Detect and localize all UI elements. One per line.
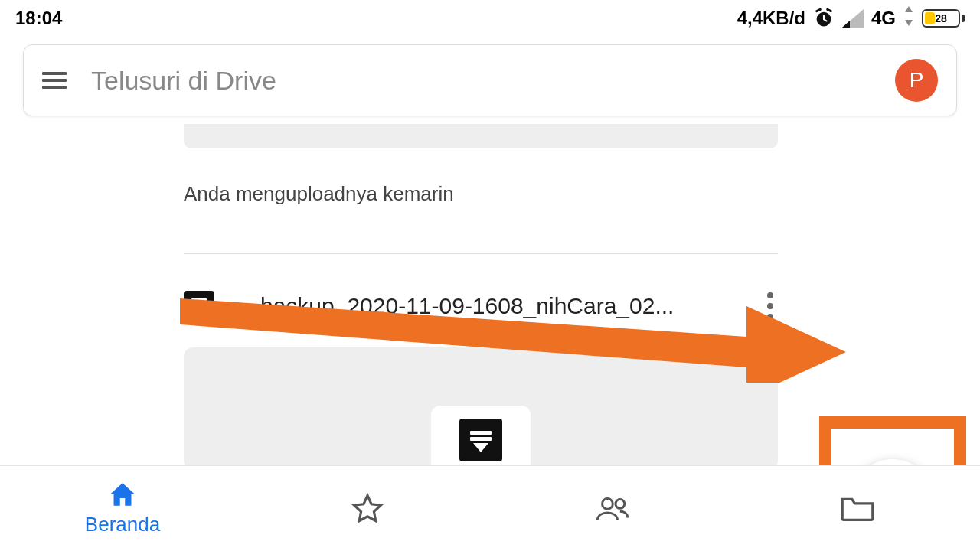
data-arrows-icon xyxy=(903,6,914,31)
preview-thumbnail xyxy=(431,406,531,474)
status-right: 4,4KB/d 4G 28 xyxy=(737,6,965,31)
home-icon xyxy=(107,481,138,508)
network-type: 4G xyxy=(871,8,896,29)
alarm-icon xyxy=(813,8,835,29)
file-name: backup_2020-11-09-1608_nihCara_02... xyxy=(260,293,717,319)
signal-icon xyxy=(842,9,864,28)
bottom-nav: Beranda xyxy=(0,465,980,551)
file-type-icon xyxy=(459,419,502,461)
search-bar[interactable]: Telusuri di Drive P xyxy=(23,44,957,116)
svg-point-2 xyxy=(603,498,613,509)
divider xyxy=(184,253,778,254)
data-rate: 4,4KB/d xyxy=(737,8,805,29)
file-preview-card[interactable] xyxy=(184,347,778,470)
menu-icon[interactable] xyxy=(42,72,67,89)
nav-home-label: Beranda xyxy=(85,513,160,536)
star-icon xyxy=(351,493,384,525)
status-time: 18:04 xyxy=(15,8,62,29)
people-icon xyxy=(595,495,630,523)
file-type-icon xyxy=(184,291,214,321)
upload-note: Anda menguploadnya kemarin xyxy=(184,182,980,206)
content-area: Anda menguploadnya kemarin backup_2020-1… xyxy=(0,124,980,470)
nav-files[interactable] xyxy=(735,466,980,551)
svg-point-3 xyxy=(616,499,625,508)
nav-starred[interactable] xyxy=(245,466,490,551)
file-row[interactable]: backup_2020-11-09-1608_nihCara_02... xyxy=(184,288,778,324)
nav-home[interactable]: Beranda xyxy=(0,466,245,551)
more-options-icon[interactable] xyxy=(763,288,778,324)
folder-icon xyxy=(839,495,876,523)
battery-indicator: 28 xyxy=(922,9,965,28)
status-bar: 18:04 4,4KB/d 4G 28 xyxy=(0,0,980,37)
search-placeholder[interactable]: Telusuri di Drive xyxy=(91,66,871,96)
nav-shared[interactable] xyxy=(490,466,735,551)
avatar[interactable]: P xyxy=(895,59,938,102)
previous-file-preview[interactable] xyxy=(184,124,778,148)
